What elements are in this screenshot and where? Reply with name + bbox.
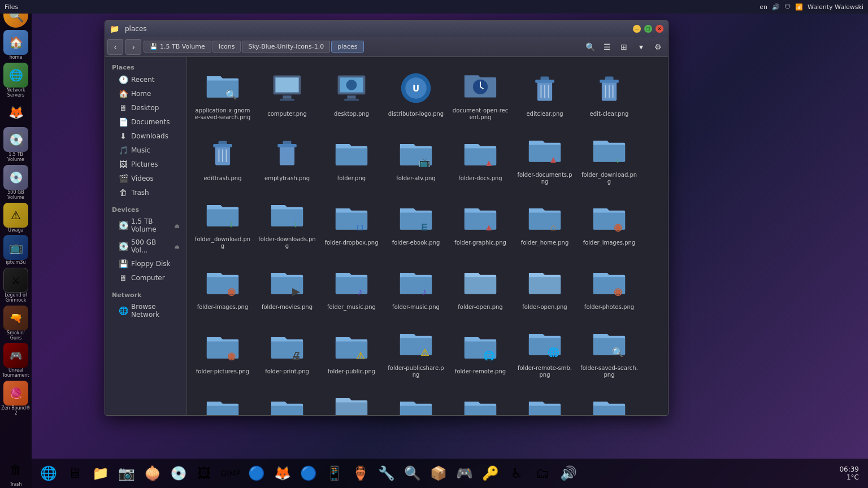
file-item[interactable]: ♪ folder-sound.png xyxy=(256,384,318,415)
file-item[interactable]: edit-clear.png xyxy=(578,62,640,124)
maximize-button[interactable]: □ xyxy=(644,25,652,33)
file-item[interactable]: ▶ folder_video.png xyxy=(514,384,576,415)
dock-item-iptv[interactable]: 📺 iptv.m3u xyxy=(1,235,31,265)
dock-item-smokin[interactable]: 🔫 Smokin' Guns xyxy=(1,306,31,341)
eject-500gb-icon[interactable]: ⏏ xyxy=(175,243,180,250)
bottom-icon-files2[interactable]: 🗂 xyxy=(530,461,555,486)
file-item[interactable]: emptytrash.png xyxy=(256,126,318,188)
file-item[interactable]: ♪ folder-music.png xyxy=(385,255,447,317)
sidebar-item-recent[interactable]: 🕐 Recent xyxy=(107,73,184,86)
file-item[interactable]: folder-open.png xyxy=(514,255,576,317)
file-item[interactable]: ⚠ folder-publicshare.png xyxy=(385,319,447,381)
file-item[interactable]: desktop.png xyxy=(320,62,383,124)
dock-item-trash[interactable]: 🗑 Trash xyxy=(1,457,31,487)
bottom-icon-audio[interactable]: 🔊 xyxy=(556,461,581,486)
dock-item-legend[interactable]: ⚔ Legend of Grimrock xyxy=(1,268,31,303)
sidebar-item-downloads[interactable]: ⬇ Downloads xyxy=(107,129,184,143)
sidebar-item-pictures[interactable]: 🖼 Pictures xyxy=(107,158,184,171)
file-item[interactable]: ▶ folder-video.png xyxy=(578,384,640,415)
file-item[interactable]: edittrash.png xyxy=(192,126,254,188)
file-item[interactable]: document-open-recent.png xyxy=(449,62,511,124)
file-item[interactable]: ◉ folder-photos.png xyxy=(578,255,640,317)
sidebar-item-computer[interactable]: 🖥 Computer xyxy=(107,271,184,285)
settings-button[interactable]: ⚙ xyxy=(650,39,666,55)
file-item[interactable]: ↓ folder-downloads.png xyxy=(256,190,318,252)
sidebar-item-trash[interactable]: 🗑 Trash xyxy=(107,186,184,199)
breadcrumb-sky-blue[interactable]: Sky-Blue-Unity-icons-1.0 xyxy=(242,41,330,53)
bottom-icon-gimp[interactable]: GIMP xyxy=(218,461,243,486)
file-item[interactable]: 🔍 folder-saved-search.png xyxy=(578,319,640,381)
bottom-icon-app2[interactable]: 🏺 xyxy=(348,461,373,486)
dock-item-unreal[interactable]: 🎮 Unreal Tournament xyxy=(1,343,31,378)
minimize-button[interactable]: ─ xyxy=(633,25,641,33)
sidebar-item-volume-1tb[interactable]: 💽 1.5 TB Volume ⏏ xyxy=(107,215,184,236)
bottom-icon-pkg[interactable]: 📦 xyxy=(426,461,451,486)
file-item[interactable]: 📺 folder-atv.png xyxy=(385,126,447,188)
bottom-icon-tor[interactable]: 🧅 xyxy=(140,461,165,486)
file-item[interactable]: ⚠ folder-public.png xyxy=(320,319,383,381)
file-item[interactable]: ▶ folder-movies.png xyxy=(256,255,318,317)
sidebar-item-browse-network[interactable]: 🌐 Browse Network xyxy=(107,300,184,321)
file-item[interactable]: editclear.png xyxy=(514,62,576,124)
file-item[interactable]: 🔍 application-x-gnome-saved-search.png xyxy=(192,62,254,124)
file-item[interactable]: 🌐 folder-remote-smb.png xyxy=(514,319,576,381)
file-item[interactable]: ↓ folder-torrent.png xyxy=(385,384,447,415)
sidebar-item-music[interactable]: 🎵 Music xyxy=(107,143,184,157)
bottom-icon-key[interactable]: 🔑 xyxy=(478,461,503,486)
bottom-icon-web[interactable]: 🌐 xyxy=(36,461,61,486)
bottom-icon-access[interactable]: ♿ xyxy=(504,461,529,486)
grid-view-button[interactable]: ⊞ xyxy=(616,39,632,55)
file-item[interactable]: ▲ folder-documents.png xyxy=(514,126,576,188)
file-item[interactable]: E folder-ebook.png xyxy=(385,190,447,252)
bottom-icon-files[interactable]: 📁 xyxy=(88,461,113,486)
dock-item-volume1[interactable]: 💽 1.5 TB Volume xyxy=(1,127,31,163)
search-button[interactable]: 🔍 xyxy=(582,39,598,55)
back-button[interactable]: ‹ xyxy=(107,39,123,55)
close-button[interactable]: ✕ xyxy=(656,25,663,33)
file-item[interactable]: 🖨 folder-print.png xyxy=(256,319,318,381)
bottom-icon-disc[interactable]: 💿 xyxy=(166,461,191,486)
sidebar-item-volume-500gb[interactable]: 💽 500 GB Vol... ⏏ xyxy=(107,236,184,256)
breadcrumb-icons[interactable]: Icons xyxy=(212,41,241,53)
file-item[interactable]: 📺 folder-tv.png xyxy=(449,384,511,415)
sidebar-item-desktop[interactable]: 🖥 Desktop xyxy=(107,101,184,115)
bottom-icon-app3[interactable]: 🔧 xyxy=(374,461,399,486)
bottom-icon-game[interactable]: 🎮 xyxy=(452,461,477,486)
breadcrumb-places[interactable]: places xyxy=(331,41,363,53)
file-item[interactable]: folder-templates.png xyxy=(320,384,383,415)
file-item[interactable]: computer.png xyxy=(256,62,318,124)
list-view-button[interactable]: ☰ xyxy=(599,39,615,55)
sidebar-item-videos[interactable]: 🎬 Videos xyxy=(107,172,184,185)
bottom-icon-opera[interactable]: 🔵 xyxy=(244,461,269,486)
forward-button[interactable]: › xyxy=(125,39,141,55)
dock-item-uwaga[interactable]: ⚠ Uwaga xyxy=(1,203,31,233)
file-item[interactable]: ▲ folder-graphic.png xyxy=(449,190,511,252)
file-item[interactable]: 🌐 folder-remote.png xyxy=(449,319,511,381)
file-item[interactable]: folder.png xyxy=(320,126,383,188)
breadcrumb-volume[interactable]: 💾 1.5 TB Volume xyxy=(144,41,211,53)
dock-item-zen[interactable]: 🧶 Zen Bound® 2 xyxy=(1,381,31,416)
dock-item-volume2[interactable]: 💿 500 GB Volume xyxy=(1,165,31,201)
file-item[interactable]: ◉ folder-pictures.png xyxy=(192,319,254,381)
file-item[interactable]: ◉ folder-images.png xyxy=(192,255,254,317)
file-item[interactable]: folder-open.png xyxy=(449,255,511,317)
dock-item-network-servers[interactable]: 🌐 Network Servers xyxy=(1,63,31,98)
bottom-icon-chrome[interactable]: 🔵 xyxy=(296,461,321,486)
sidebar-item-floppy[interactable]: 💾 Floppy Disk xyxy=(107,257,184,271)
file-item[interactable]: ▲ folder-docs.png xyxy=(449,126,511,188)
sort-button[interactable]: ▾ xyxy=(633,39,649,55)
bottom-icon-photos[interactable]: 🖼 xyxy=(192,461,217,486)
bottom-icon-app1[interactable]: 📱 xyxy=(322,461,347,486)
file-item[interactable]: ↓ folder_download.png xyxy=(578,126,640,188)
eject-1tb-icon[interactable]: ⏏ xyxy=(175,223,180,229)
file-item[interactable]: ◉ folder_images.png xyxy=(578,190,640,252)
file-item[interactable]: □ folder-dropbox.png xyxy=(320,190,383,252)
file-item[interactable]: U distributor-logo.png xyxy=(385,62,447,124)
file-item[interactable]: ↓ folder_download.png xyxy=(192,190,254,252)
sidebar-item-documents[interactable]: 📄 Documents xyxy=(107,115,184,129)
sidebar-item-home[interactable]: 🏠 Home xyxy=(107,87,184,101)
dock-item-firefox[interactable]: 🦊 xyxy=(1,100,31,125)
file-item[interactable]: ♪ folder_music.png xyxy=(320,255,383,317)
bottom-icon-terminal[interactable]: 🖥 xyxy=(62,461,87,486)
dock-item-home[interactable]: 🏠 home xyxy=(1,30,31,60)
